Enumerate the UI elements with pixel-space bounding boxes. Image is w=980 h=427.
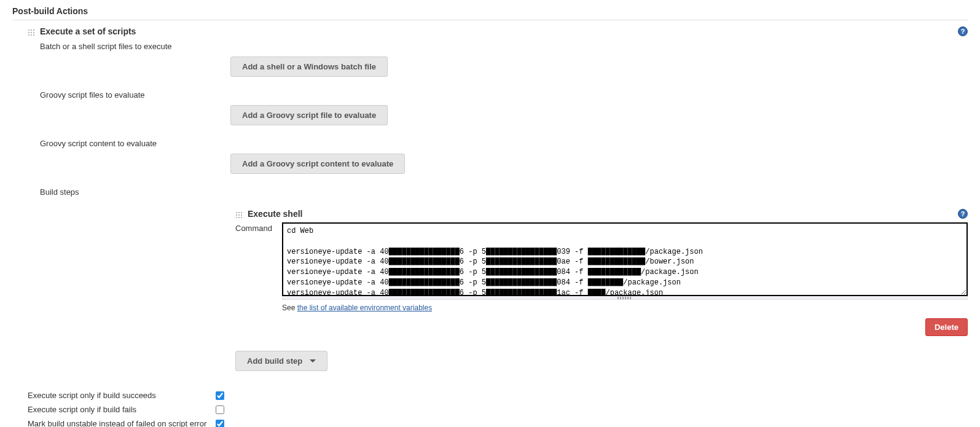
help-icon[interactable]: ? xyxy=(958,209,968,219)
svg-point-1 xyxy=(31,29,32,31)
svg-point-4 xyxy=(31,32,32,33)
svg-point-12 xyxy=(236,214,237,216)
groovy-files-label: Groovy script files to evaluate xyxy=(28,88,230,100)
add-groovy-file-button[interactable]: Add a Groovy script file to evaluate xyxy=(230,105,388,125)
command-textarea[interactable] xyxy=(282,222,968,296)
env-vars-link[interactable]: the list of available environment variab… xyxy=(297,304,432,312)
svg-point-0 xyxy=(28,29,29,31)
add-batch-button[interactable]: Add a shell or a Windows batch file xyxy=(230,57,388,77)
svg-point-16 xyxy=(238,217,240,218)
help-icon[interactable]: ? xyxy=(958,26,968,36)
svg-point-17 xyxy=(241,217,242,218)
svg-point-15 xyxy=(236,217,237,218)
resize-handle[interactable] xyxy=(282,296,968,300)
drag-handle-icon[interactable] xyxy=(28,29,35,36)
svg-point-7 xyxy=(31,34,32,36)
svg-point-3 xyxy=(28,32,29,33)
add-build-step-button[interactable]: Add build step xyxy=(235,351,327,371)
succeed-checkbox[interactable] xyxy=(216,391,224,400)
svg-point-11 xyxy=(241,212,242,213)
delete-shell-button[interactable]: Delete xyxy=(925,318,968,336)
svg-point-5 xyxy=(33,32,34,33)
batch-label: Batch or a shell script files to execute xyxy=(28,40,230,51)
build-steps-label: Build steps xyxy=(28,186,230,197)
section-header: Post-build Actions xyxy=(12,6,968,20)
env-vars-hint: See the list of available environment va… xyxy=(282,304,968,312)
unstable-checkbox[interactable] xyxy=(216,420,224,428)
groovy-content-label: Groovy script content to evaluate xyxy=(28,137,230,148)
fail-checkbox-label: Execute script only if build fails xyxy=(28,405,210,414)
svg-point-13 xyxy=(238,214,240,216)
svg-point-6 xyxy=(28,34,29,36)
svg-point-2 xyxy=(33,29,34,31)
svg-point-8 xyxy=(33,34,34,36)
execute-shell-title: Execute shell xyxy=(248,209,303,219)
svg-point-14 xyxy=(241,214,242,216)
unstable-checkbox-label: Mark build unstable instead of failed on… xyxy=(28,419,210,427)
chevron-down-icon xyxy=(310,359,316,362)
execute-scripts-title: Execute a set of scripts xyxy=(40,26,136,36)
drag-handle-icon[interactable] xyxy=(235,211,243,219)
svg-point-10 xyxy=(238,212,240,213)
add-groovy-content-button[interactable]: Add a Groovy script content to evaluate xyxy=(230,154,405,174)
succeed-checkbox-label: Execute script only if build succeeds xyxy=(28,391,210,400)
fail-checkbox[interactable] xyxy=(216,405,224,414)
svg-point-9 xyxy=(236,212,237,213)
command-label: Command xyxy=(235,222,282,233)
